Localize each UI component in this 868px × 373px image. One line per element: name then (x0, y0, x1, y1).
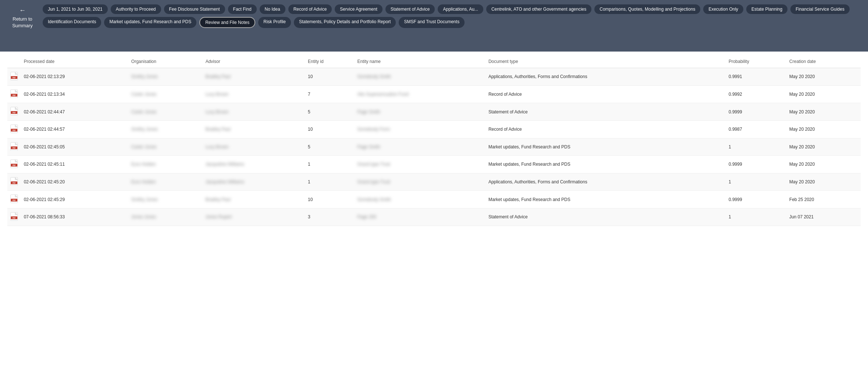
document-type: Record of Advice (485, 85, 726, 103)
filter-tag[interactable]: Statement of Advice (385, 4, 435, 14)
pdf-icon: PDF (10, 89, 18, 98)
creation-date: Jun 07 2021 (786, 208, 861, 226)
pdf-icon-cell[interactable]: PDF (7, 138, 21, 156)
filter-tag[interactable]: Market updates, Fund Research and PDS (104, 17, 196, 28)
filter-tag[interactable]: Statements, Policy Details and Portfolio… (294, 17, 396, 28)
column-header-probability: Probability (726, 55, 786, 68)
entity-name: Page 200 (355, 208, 485, 226)
filter-tag[interactable]: Fact Find (228, 4, 257, 14)
processed-date: 02-06-2021 02:45:20 (21, 173, 128, 191)
advisor: Lucy Brown (203, 138, 305, 156)
entity-id: 5 (305, 103, 355, 121)
document-type: Applications, Authorities, Forms and Con… (485, 173, 726, 191)
column-header-processed_date: Processed date (21, 55, 128, 68)
filter-tag[interactable]: Financial Service Guides (790, 4, 850, 14)
filter-tag[interactable]: Comparisons, Quotes, Modelling and Proje… (594, 4, 700, 14)
creation-date: May 20 2020 (786, 156, 861, 173)
filter-tag[interactable]: Authority to Proceed (111, 4, 161, 14)
filter-tag[interactable]: Centrelink, ATO and other Government age… (486, 4, 591, 14)
column-header-entity_id: Entity id (305, 55, 355, 68)
filter-tag[interactable]: Service Agreement (335, 4, 382, 14)
entity-name: Alto Superannuation Fund (355, 85, 485, 103)
filter-tag[interactable]: Risk Profile (258, 17, 291, 28)
filter-tag[interactable]: Jun 1, 2021 to Jun 30, 2021 (43, 4, 108, 14)
filter-tag[interactable]: Record of Advice (288, 4, 332, 14)
pdf-icon-cell[interactable]: PDF (7, 85, 21, 103)
column-header-document_type: Document type (485, 55, 726, 68)
filter-tag[interactable]: SMSF and Trust Documents (399, 17, 465, 28)
pdf-icon-cell[interactable]: PDF (7, 103, 21, 121)
advisor: Jacqueline Williams (203, 173, 305, 191)
advisor: Bradley Paul (203, 68, 305, 86)
filter-tags-container: Jun 1, 2021 to Jun 30, 2021Authority to … (43, 4, 862, 28)
documents-table: Processed dateOrganisationAdvisorEntity … (7, 55, 861, 226)
entity-name: Somebody Smith (355, 191, 485, 208)
svg-text:PDF: PDF (13, 217, 16, 219)
processed-date: 02-06-2021 02:44:47 (21, 103, 128, 121)
return-to-summary-button[interactable]: ← Return to Summary (6, 4, 39, 29)
filter-tag[interactable]: Applications, Au... (438, 4, 483, 14)
organisation: Euro Holden (128, 173, 203, 191)
filter-tag[interactable]: Review and File Notes (199, 17, 255, 28)
entity-id: 10 (305, 120, 355, 138)
table-row: PDF 07-06-2021 08:56:33Jones JonesJones … (7, 208, 861, 226)
table-row: PDF 02-06-2021 02:45:29Smithy JonesBradl… (7, 191, 861, 208)
filter-tag[interactable]: No Idea (260, 4, 285, 14)
entity-name: Grand type Trust (355, 173, 485, 191)
document-type: Record of Advice (485, 120, 726, 138)
processed-date: 02-06-2021 02:45:05 (21, 138, 128, 156)
filter-tag[interactable]: Identification Documents (43, 17, 101, 28)
organisation: Jones Jones (128, 208, 203, 226)
filter-tag[interactable]: Execution Only (703, 4, 743, 14)
svg-text:PDF: PDF (13, 147, 16, 149)
entity-id: 10 (305, 191, 355, 208)
entity-name: Somebody Smith (355, 68, 485, 86)
organisation: Carter Jones (128, 138, 203, 156)
svg-text:PDF: PDF (13, 200, 16, 201)
filter-tag[interactable]: Fee Disclosure Statement (164, 4, 225, 14)
table-row: PDF 02-06-2021 02:44:47Carter JonesLucy … (7, 103, 861, 121)
pdf-icon-cell[interactable]: PDF (7, 120, 21, 138)
entity-name: Grand type Trust (355, 156, 485, 173)
pdf-icon-cell[interactable]: PDF (7, 208, 21, 226)
creation-date: Feb 25 2020 (786, 191, 861, 208)
svg-text:PDF: PDF (13, 77, 16, 79)
pdf-icon: PDF (10, 107, 18, 116)
table-row: PDF 02-06-2021 02:13:34Carter JonesLucy … (7, 85, 861, 103)
advisor: Jacqueline Williams (203, 156, 305, 173)
entity-id: 3 (305, 208, 355, 226)
table-row: PDF 02-06-2021 02:45:20Euro HoldenJacque… (7, 173, 861, 191)
pdf-icon-cell[interactable]: PDF (7, 173, 21, 191)
processed-date: 02-06-2021 02:45:29 (21, 191, 128, 208)
organisation: Euro Holden (128, 156, 203, 173)
document-type: Market updates, Fund Research and PDS (485, 191, 726, 208)
creation-date: May 20 2020 (786, 138, 861, 156)
column-header-creation_date: Creation date (786, 55, 861, 68)
pdf-icon-cell[interactable]: PDF (7, 156, 21, 173)
data-table-container: Processed dateOrganisationAdvisorEntity … (0, 55, 868, 226)
probability: 0.9999 (726, 103, 786, 121)
document-type: Market updates, Fund Research and PDS (485, 138, 726, 156)
advisor: Lucy Brown (203, 85, 305, 103)
creation-date: May 20 2020 (786, 173, 861, 191)
advisor: Lucy Brown (203, 103, 305, 121)
document-type: Market updates, Fund Research and PDS (485, 156, 726, 173)
processed-date: 02-06-2021 02:44:57 (21, 120, 128, 138)
table-row: PDF 02-06-2021 02:45:11Euro HoldenJacque… (7, 156, 861, 173)
pdf-icon-cell[interactable]: PDF (7, 191, 21, 208)
back-arrow-icon: ← (19, 6, 26, 15)
pdf-icon: PDF (10, 142, 18, 151)
entity-id: 1 (305, 173, 355, 191)
filter-tag[interactable]: Estate Planning (746, 4, 787, 14)
entity-name: Page Smith (355, 138, 485, 156)
column-header-icon (7, 55, 21, 68)
pdf-icon: PDF (10, 194, 18, 203)
entity-id: 10 (305, 68, 355, 86)
creation-date: May 20 2020 (786, 68, 861, 86)
pdf-icon: PDF (10, 124, 18, 133)
pdf-icon-cell[interactable]: PDF (7, 68, 21, 86)
svg-text:PDF: PDF (13, 94, 16, 96)
creation-date: May 20 2020 (786, 103, 861, 121)
svg-text:PDF: PDF (13, 165, 16, 166)
creation-date: May 20 2020 (786, 85, 861, 103)
